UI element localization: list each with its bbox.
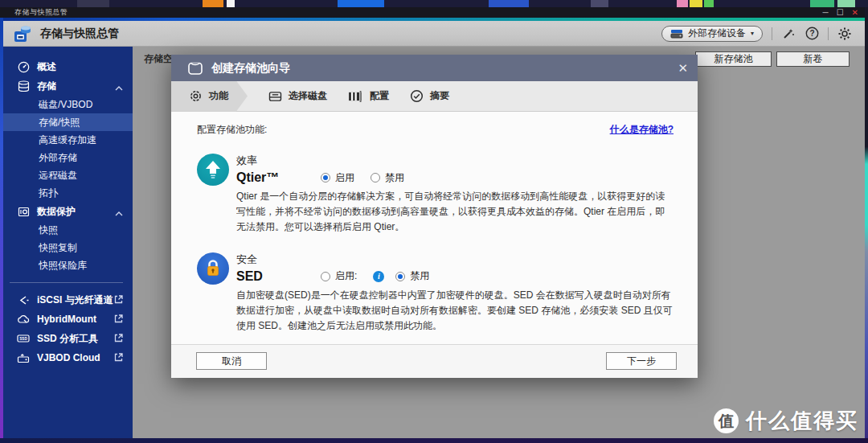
sed-disable-label[interactable]: 禁用 xyxy=(410,269,429,283)
svg-text:SSD: SSD xyxy=(19,337,27,341)
external-link-icon xyxy=(113,294,124,307)
sidebar-item-label: SSD 分析工具 xyxy=(37,332,98,346)
wizard-steps-bar: 功能 选择磁盘 配置 摘要 xyxy=(171,81,698,112)
window-titlebar: 存储与快照总管 ─ ☐ ✕ xyxy=(0,7,865,18)
new-storage-pool-button[interactable]: 新存储池 xyxy=(695,51,772,67)
sed-disable-radio[interactable] xyxy=(395,272,405,281)
close-icon[interactable]: ✕ xyxy=(852,9,858,17)
cancel-button[interactable]: 取消 xyxy=(196,352,267,370)
sidebar-item-label: 远程磁盘 xyxy=(39,169,77,183)
sidebar: 概述 存储 磁盘/VJBOD 存储/快照 高速缓存加速 外部存储 远程磁盘 拓扑… xyxy=(0,47,133,438)
step-label: 配置 xyxy=(370,89,389,103)
desktop-edge-right xyxy=(865,7,868,443)
step-label: 选择磁盘 xyxy=(289,89,327,103)
chevron-up-icon[interactable] xyxy=(115,207,123,219)
sidebar-item-topology[interactable]: 拓扑 xyxy=(0,184,133,202)
sed-radio-group: 启用: i 禁用 xyxy=(321,269,429,283)
sidebar-item-snapshot-replica[interactable]: 快照复制 xyxy=(0,239,133,256)
next-button[interactable]: 下一步 xyxy=(606,352,677,370)
sidebar-item-ssd-profiling[interactable]: SSD SSD 分析工具 xyxy=(0,329,133,348)
qtier-radio-group: 启用 禁用 xyxy=(321,171,404,185)
qtier-section: 效率 Qtier™ 启用 禁用 Qtier 是一个自动分层的存储解决方案，可自动… xyxy=(197,154,674,236)
step-label: 摘要 xyxy=(430,89,449,103)
desktop-edge-bottom xyxy=(0,438,868,443)
raid-config-icon xyxy=(348,91,363,102)
chevron-up-icon[interactable] xyxy=(115,82,123,93)
data-protection-icon xyxy=(17,205,30,218)
sidebar-item-label: 存储/快照 xyxy=(39,116,80,129)
desktop-background xyxy=(0,0,868,7)
create-storage-pool-wizard-dialog: 创建存储池向导 ✕ 功能 选择磁盘 配置 摘要 配置存储池功能: xyxy=(171,55,698,378)
close-icon[interactable]: ✕ xyxy=(678,62,688,74)
help-icon[interactable]: ? xyxy=(805,27,819,41)
qtier-disable-radio[interactable] xyxy=(371,173,380,183)
sidebar-item-label: VJBOD Cloud xyxy=(37,352,100,363)
sidebar-item-snapshot[interactable]: 快照 xyxy=(0,221,133,239)
iscsi-icon xyxy=(17,293,30,306)
gear-icon[interactable] xyxy=(837,27,852,41)
app-logo-icon xyxy=(13,24,32,43)
disk-step-icon xyxy=(268,91,282,102)
sidebar-item-label: iSCSI 与光纤通道 xyxy=(37,293,113,307)
new-volume-button[interactable]: 新卷 xyxy=(776,51,850,67)
info-icon[interactable]: i xyxy=(373,271,384,282)
sidebar-item-disks-vjbod[interactable]: 磁盘/VJBOD xyxy=(0,96,133,113)
step-select-disks: 选择磁盘 xyxy=(268,89,327,103)
sidebar-item-label: 快照保险库 xyxy=(39,259,87,273)
sed-section: 安全 SED 启用: i 禁用 自加密硬盘(SED)是一 xyxy=(197,252,674,334)
sidebar-item-external-storage[interactable]: 外部存储 xyxy=(0,149,133,166)
dialog-body: 配置存储池功能: 什么是存储池? 效率 Qtier™ 启用 xyxy=(171,112,698,344)
external-storage-device-button[interactable]: 外部存储设备 ▾ xyxy=(661,26,763,42)
sidebar-item-hybridmount[interactable]: HybridMount xyxy=(0,310,133,329)
sidebar-item-vjbod-cloud[interactable]: VJBOD Cloud xyxy=(0,348,133,367)
sidebar-item-storage-snapshots[interactable]: 存储/快照 xyxy=(0,113,133,131)
screen: 存储与快照总管 ─ ☐ ✕ 存储与快照总管 外部存储设备 xyxy=(0,0,868,443)
qtier-enable-radio[interactable] xyxy=(321,173,330,183)
sed-enable-label[interactable]: 启用: xyxy=(335,269,357,283)
sidebar-item-cache-acceleration[interactable]: 高速缓存加速 xyxy=(0,131,133,149)
qtier-description: Qtier 是一个自动分层的存储解决方案，可自动将经常访问的数据移动到高性能硬盘… xyxy=(236,189,674,236)
qtier-category-label: 效率 xyxy=(236,154,674,168)
smzdm-badge-icon: 值 xyxy=(714,408,739,433)
step-label: 功能 xyxy=(209,89,228,103)
header-separator xyxy=(772,27,772,40)
qtier-enable-label[interactable]: 启用 xyxy=(335,171,354,185)
qtier-efficiency-icon xyxy=(197,154,229,186)
vjbod-cloud-icon xyxy=(17,351,30,364)
sidebar-item-label: HybridMount xyxy=(37,314,96,325)
minimize-icon[interactable]: ─ xyxy=(823,9,829,17)
sidebar-item-remote-disk[interactable]: 远程磁盘 xyxy=(0,166,133,184)
smzdm-watermark: 值 什么值得买 xyxy=(714,407,858,435)
maximize-icon[interactable]: ☐ xyxy=(837,9,844,17)
sidebar-group-storage[interactable]: 存储 xyxy=(0,76,133,96)
header-separator xyxy=(828,27,829,40)
wand-icon[interactable] xyxy=(781,27,796,41)
step-summary: 摘要 xyxy=(410,89,449,103)
cloud-icon xyxy=(17,313,30,326)
sed-description: 自加密硬盘(SED)是一个在硬盘控制器中内置了加密硬件的硬盘。SED 会在数据写… xyxy=(236,288,674,334)
configure-pool-label: 配置存储池功能: xyxy=(197,123,267,137)
sidebar-item-snapshot-vault[interactable]: 快照保险库 xyxy=(0,256,133,274)
what-is-storage-pool-link[interactable]: 什么是存储池? xyxy=(610,123,674,137)
external-link-icon xyxy=(113,352,124,365)
sidebar-item-label: 磁盘/VJBOD xyxy=(39,98,92,112)
storage-space-tab-partial: 存储空 xyxy=(144,52,173,66)
sidebar-item-label: 高速缓存加速 xyxy=(39,133,96,147)
sidebar-group-data-protection[interactable]: 数据保护 xyxy=(0,202,133,221)
external-storage-device-label: 外部存储设备 xyxy=(688,27,746,40)
smzdm-watermark-text: 什么值得买 xyxy=(746,407,858,435)
step-configure: 配置 xyxy=(348,89,389,103)
sidebar-item-overview[interactable]: 概述 xyxy=(0,57,133,76)
svg-text:?: ? xyxy=(809,29,814,38)
sed-enable-radio[interactable] xyxy=(321,272,330,281)
dialog-header: 创建存储池向导 ✕ xyxy=(171,55,698,81)
dialog-title: 创建存储池向导 xyxy=(211,61,290,76)
database-icon xyxy=(17,80,30,92)
qtier-disable-label[interactable]: 禁用 xyxy=(385,171,404,185)
window-title: 存储与快照总管 xyxy=(14,7,68,18)
sed-security-lock-icon xyxy=(197,252,229,285)
sidebar-item-iscsi-fc[interactable]: iSCSI 与光纤通道 xyxy=(0,290,133,310)
sidebar-item-label: 拓扑 xyxy=(39,187,58,200)
sed-category-label: 安全 xyxy=(236,252,674,267)
step-function: 功能 xyxy=(171,81,248,112)
